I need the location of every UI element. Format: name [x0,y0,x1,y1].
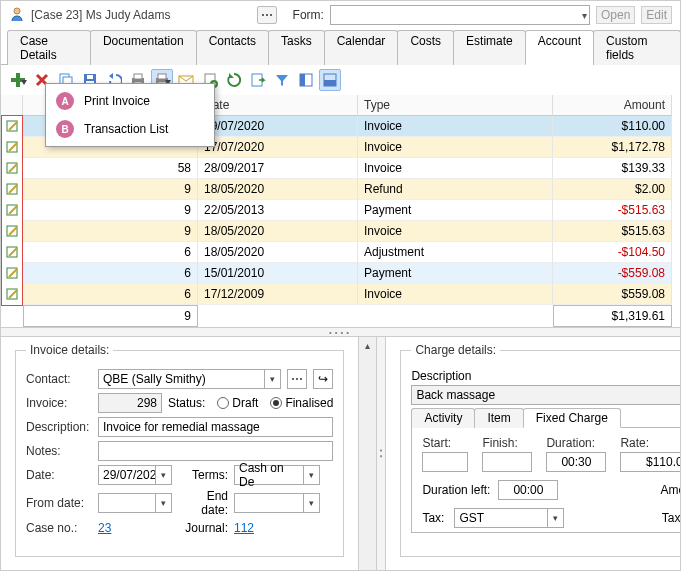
edit-row-icon[interactable] [2,116,22,137]
edit-row-icon[interactable] [2,221,22,242]
case-menu-button[interactable]: ⋯ [257,6,277,24]
grid-cell[interactable]: 9 [23,221,198,242]
grid-cell[interactable]: $110.00 [553,116,672,137]
grid-cell[interactable]: 6 [23,284,198,305]
edit-row-icon[interactable] [2,263,22,284]
h-splitter[interactable]: •••• [1,327,680,337]
col-header-date[interactable]: Date [198,95,358,116]
grid-cell[interactable]: Invoice [358,116,553,137]
durleft-input[interactable] [498,480,558,500]
grid-cell[interactable]: 17/07/2020 [198,137,358,158]
grid-cell[interactable]: Payment [358,200,553,221]
export-button[interactable] [247,69,269,91]
tab-tasks[interactable]: Tasks [268,30,325,65]
grid-cell[interactable]: 18/05/2020 [198,179,358,200]
print-dropdown-menu: A Print Invoice B Transaction List [45,83,215,147]
grid-cell[interactable]: Refund [358,179,553,200]
grid-cell[interactable]: -$515.63 [553,200,672,221]
grid-cell[interactable]: 22/05/2013 [198,200,358,221]
add-button[interactable] [7,69,29,91]
edit-row-icon[interactable] [2,200,22,221]
grid-cell[interactable]: 28/09/2017 [198,158,358,179]
fromdate-picker[interactable]: ▾ [98,493,172,513]
status-finalised-radio[interactable]: Finalised [270,396,333,410]
tab-calendar[interactable]: Calendar [324,30,399,65]
view-button[interactable] [319,69,341,91]
edit-row-icon[interactable] [2,158,22,179]
grid-cell[interactable]: 9 [23,179,198,200]
grid-cell[interactable]: 6 [23,263,198,284]
tab-custom-fields[interactable]: Custom fields [593,30,681,65]
grid-cell[interactable]: Invoice [358,284,553,305]
charge-tab-fixed[interactable]: Fixed Charge [523,408,621,428]
edit-row-icon[interactable] [2,179,22,200]
refresh-button[interactable] [223,69,245,91]
status-draft-radio[interactable]: Draft [217,396,258,410]
enddate-picker[interactable]: ▾ [234,493,320,513]
edit-row-icon[interactable] [2,284,22,305]
start-input[interactable] [422,452,468,472]
edit-button[interactable]: Edit [641,6,672,24]
edit-row-icon[interactable] [2,137,22,158]
contact-menu-button[interactable]: ⋯ [287,369,307,389]
description-input[interactable] [98,417,333,437]
grid-cell[interactable]: $515.63 [553,221,672,242]
caseno-link[interactable]: 23 [98,521,172,535]
contact-link-button[interactable]: ↪ [313,369,333,389]
date-picker[interactable]: 29/07/2020▾ [98,465,172,485]
grid-cell[interactable]: 18/05/2020 [198,242,358,263]
filter-button[interactable] [271,69,293,91]
v-splitter[interactable]: •• [376,337,386,571]
duration-input[interactable] [546,452,606,472]
tab-account[interactable]: Account [525,30,594,65]
terms-combo[interactable]: Cash on De▾ [234,465,320,485]
menu-transaction-list[interactable]: B Transaction List [46,115,214,143]
grid-cell[interactable]: Invoice [358,221,553,242]
charge-tab-activity[interactable]: Activity [411,408,475,428]
open-button[interactable]: Open [596,6,635,24]
charge-tab-item[interactable]: Item [474,408,523,428]
edit-row-icon[interactable] [2,242,22,263]
grid-cell[interactable]: 58 [23,158,198,179]
journal-link[interactable]: 112 [234,521,254,535]
tab-costs[interactable]: Costs [397,30,454,65]
durleft-label: Duration left: [422,483,490,497]
layout-button[interactable] [295,69,317,91]
tab-documentation[interactable]: Documentation [90,30,197,65]
grid-cell[interactable]: 29/07/2020 [198,116,358,137]
menu-print-invoice[interactable]: A Print Invoice [46,87,214,115]
col-header-icon[interactable] [1,95,23,116]
col-header-type[interactable]: Type [358,95,553,116]
finish-input[interactable] [482,452,532,472]
tab-case-details[interactable]: Case Details [7,30,91,65]
contact-combo[interactable]: QBE (Sally Smithy)▾ [98,369,281,389]
grid-cell[interactable]: 17/12/2009 [198,284,358,305]
grid-cell[interactable]: -$104.50 [553,242,672,263]
tax-combo[interactable]: GST▾ [454,508,564,528]
caseno-label: Case no.: [26,521,92,535]
grid-cell[interactable]: 6 [23,242,198,263]
grid-cell[interactable]: $1,172.78 [553,137,672,158]
tab-contacts[interactable]: Contacts [196,30,269,65]
tab-estimate[interactable]: Estimate [453,30,526,65]
grid-cell[interactable]: $139.33 [553,158,672,179]
grid-cell[interactable]: Invoice [358,158,553,179]
grid-cell[interactable]: Adjustment [358,242,553,263]
grid-cell[interactable]: 18/05/2020 [198,221,358,242]
form-combo[interactable]: ▾ [330,5,590,25]
row-edit-icons [1,115,23,306]
grid-cell[interactable]: Invoice [358,137,553,158]
grid-cell[interactable]: $559.08 [553,284,672,305]
rate-input[interactable] [620,452,681,472]
charge-desc-input[interactable] [411,385,681,405]
grid-cell[interactable]: 15/01/2010 [198,263,358,284]
grid-cell[interactable]: -$559.08 [553,263,672,284]
grid-cell[interactable]: Payment [358,263,553,284]
col-header-amount[interactable]: Amount [553,95,672,116]
notes-input[interactable] [98,441,333,461]
invoice-scrollbar[interactable]: ▴ [358,337,376,571]
grid-cell[interactable]: 9 [23,200,198,221]
titlebar: [Case 23] Ms Judy Adams ⋯ Form: ▾ Open E… [1,1,680,29]
fromdate-label: From date: [26,496,92,510]
grid-cell[interactable]: $2.00 [553,179,672,200]
